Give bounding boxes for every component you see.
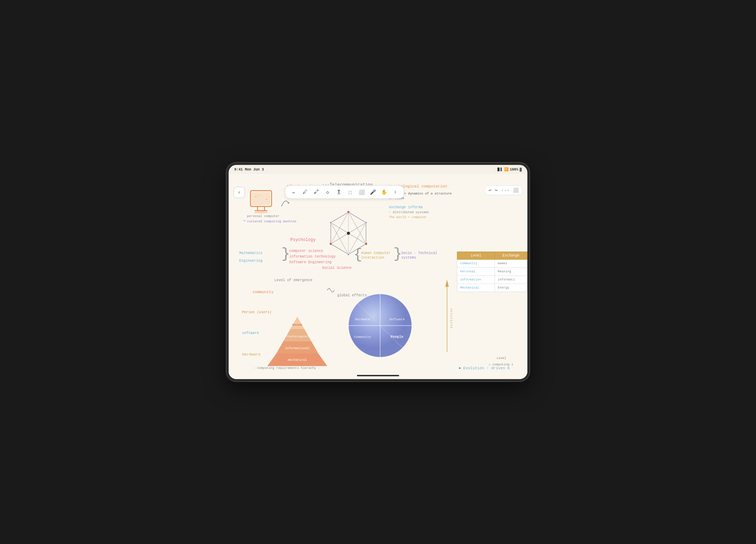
software-label: software — [242, 331, 259, 335]
drawing-toolbar[interactable]: ✏ 🖊 🖍 ◇ T ⬚ ⬜ 🎤 ✋ › — [285, 185, 404, 199]
svg-text:Social: Social — [292, 323, 303, 326]
the-world-computer-label: The world ≈ computer — [389, 216, 427, 220]
more-tools[interactable]: › — [391, 188, 399, 196]
text-tool[interactable]: T — [335, 188, 343, 196]
svg-text:Psychological: Psychological — [286, 335, 309, 338]
table-cell-personal: Personal — [457, 268, 495, 276]
pencil-tool[interactable]: ✏ — [290, 188, 298, 196]
back-arrow-icon: ‹ — [238, 190, 241, 195]
svg-point-22 — [347, 211, 350, 214]
svg-point-7 — [266, 199, 267, 200]
table-cell-memes: memes — [495, 260, 527, 268]
table-cell-information: information — [457, 276, 495, 284]
svg-line-19 — [331, 233, 348, 244]
home-indicator — [357, 375, 399, 376]
back-button[interactable]: ‹ — [234, 187, 245, 198]
arrow-to-hci: → — [358, 254, 360, 258]
ipad-frame: 9:41 Mon Jun 3 ▐▌▌ 🛜 100% ▓ ‹ ✏ 🖊 🖍 ◇ T … — [227, 163, 529, 381]
svg-text:informational: informational — [285, 347, 310, 350]
table-row: Mechanical Energy — [457, 284, 527, 292]
image-tool[interactable]: ⬜ — [357, 188, 366, 196]
svg-point-6 — [259, 195, 260, 196]
lasso-tool[interactable]: ⬚ — [346, 188, 354, 196]
top-right-controls[interactable]: ↩ ↪ ··· ⬜ — [485, 185, 522, 195]
hci-label: Human Computerinteraction — [361, 251, 391, 260]
status-bar: 9:41 Mon Jun 3 ▐▌▌ 🛜 100% ▓ — [229, 165, 527, 174]
svg-point-49 — [288, 202, 289, 204]
svg-line-20 — [348, 233, 366, 244]
hardware-label: Hardware — [242, 352, 261, 357]
svg-point-24 — [365, 242, 367, 245]
canvas-area: ‹ ✏ 🖊 🖍 ◇ T ⬚ ⬜ 🎤 ✋ › ↩ ↪ ··· ⬜ — [229, 174, 527, 379]
svg-point-25 — [347, 253, 349, 255]
personal-computer-label: personal computer — [247, 215, 279, 219]
socio-technical-label: Socio - Technicalsystems — [401, 251, 437, 260]
level-emergence-label: Level of emergence — [274, 278, 312, 283]
table-cell-mechanical: Mechanical — [457, 284, 495, 292]
pyramid-illustration: mechanical informational Psychological S… — [264, 299, 331, 370]
social-science-label: Social Science — [322, 266, 352, 270]
svg-rect-1 — [252, 192, 270, 205]
table-cell-informati: informati — [495, 276, 527, 284]
info-table: Level Exchange community memes Personal … — [457, 252, 527, 292]
eraser-tool[interactable]: ◇ — [323, 188, 332, 196]
table-header-exchange: Exchange — [495, 252, 527, 260]
battery-icon: ▓ — [520, 168, 522, 172]
svg-point-26 — [329, 242, 332, 245]
table-cell-energy: Energy — [495, 284, 527, 292]
time-display: 9:41 Mon Jun 3 — [234, 168, 264, 172]
isolated-machine-label: isolated computing machine — [247, 220, 296, 224]
table-header-level: Level — [457, 252, 495, 260]
svg-text:Hardware: Hardware — [355, 318, 370, 321]
svg-text:Software: Software — [389, 318, 404, 321]
svg-marker-48 — [445, 280, 449, 287]
left-bracket: } — [281, 247, 290, 261]
svg-point-28 — [347, 231, 350, 235]
table-row: community memes — [457, 260, 527, 268]
arrow-to-cs: → — [287, 252, 289, 256]
distributed-systems-label: - distributed systems — [389, 211, 429, 215]
pen-tool[interactable]: 🖊 — [301, 188, 309, 196]
audio-tool[interactable]: 🎤 — [368, 188, 377, 196]
psychology-label: Psychology — [290, 237, 316, 243]
evolution-bottom-label: ● Evolution : driven b — [459, 366, 510, 371]
redo-button[interactable]: ↪ — [495, 187, 498, 193]
arrow-to-socio: → — [398, 255, 399, 259]
hand-tool[interactable]: ✋ — [380, 188, 388, 196]
more-options-button[interactable]: ··· — [501, 188, 509, 193]
svg-text:Community: Community — [354, 335, 371, 339]
exchange-info-label: exchange informa — [389, 205, 423, 210]
evolution-arrow — [444, 278, 451, 356]
curly-arrow-icon: ↪ — [243, 218, 246, 223]
table-footer-level: Level — [497, 357, 506, 361]
battery-display: 100% — [510, 168, 518, 172]
it-label: information technology — [289, 254, 336, 259]
scribble-icon — [326, 285, 336, 296]
engineering-label: Engineering — [239, 259, 262, 263]
svg-text:People: People — [391, 335, 403, 339]
wifi-icon: 🛜 — [504, 167, 508, 172]
svg-point-5 — [255, 196, 256, 197]
svg-point-23 — [365, 222, 367, 224]
computer-illustration — [247, 189, 279, 217]
share-button[interactable]: ⬜ — [513, 187, 519, 193]
table-cell-meaning: Meaning — [495, 268, 527, 276]
mathematics-label: Mathematics — [239, 251, 262, 255]
svg-line-17 — [331, 223, 348, 233]
signal-icon: ▐▌▌ — [496, 168, 503, 172]
svg-text:mechanical: mechanical — [288, 358, 307, 362]
undo-button[interactable]: ↩ — [489, 187, 491, 193]
table-cell-community: community — [457, 260, 495, 268]
se-label: Software Engineering — [289, 260, 331, 265]
right-bracket2: } — [394, 247, 402, 261]
cs-label: computer science — [289, 249, 323, 253]
svg-point-8 — [254, 211, 268, 214]
globe-illustration: Hardware Software Community People — [345, 290, 415, 361]
marker-tool[interactable]: 🖍 — [312, 188, 321, 196]
table-row: Personal Meaning — [457, 268, 527, 276]
community-arrow-label: community — [253, 290, 273, 295]
table-row: information informati — [457, 276, 527, 284]
computing-requirements-label: - Computing requirements hierachy - — [253, 366, 320, 371]
svg-point-27 — [330, 222, 332, 224]
svg-line-18 — [348, 223, 366, 233]
